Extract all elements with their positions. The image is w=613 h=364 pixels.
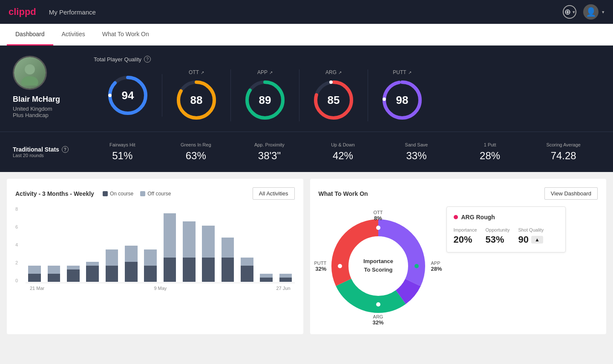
bar-on-course: [164, 258, 176, 282]
detail-importance: Importance 20%: [454, 227, 477, 245]
tpq-gauge: 94: [94, 74, 162, 117]
y-label-4: 4: [15, 242, 18, 247]
avatar-chevron-icon: ▾: [602, 9, 604, 15]
detail-shot-quality: Shot Quality 90 ▲: [518, 227, 544, 245]
bar-group: [122, 246, 140, 282]
bar-group: [199, 226, 217, 282]
player-section: Blair McHarg United Kingdom Plus Handica…: [13, 56, 600, 121]
avatar-image: [14, 57, 46, 89]
wtwo-panel: What To Work On View Dashboard: [310, 179, 607, 334]
bar-off-course: [67, 266, 80, 269]
svg-point-21: [414, 264, 419, 268]
stat-greens-label: Greens In Reg: [159, 142, 233, 147]
all-activities-button[interactable]: All Activities: [253, 187, 295, 200]
svg-point-23: [338, 264, 342, 268]
tpq-info-icon[interactable]: ?: [144, 56, 151, 63]
shot-quality-badge: ▲: [531, 236, 543, 244]
bar-off-course: [279, 274, 292, 278]
legend-off-course-label: Off course: [147, 191, 171, 197]
activity-panel-header: Activity - 3 Months - Weekly On course O…: [15, 187, 295, 200]
putt-trend-icon: ↗: [408, 70, 412, 75]
stat-oneputt-value: 28%: [453, 150, 527, 162]
app-donut-label: APP 28%: [431, 261, 442, 272]
view-dashboard-button[interactable]: View Dashboard: [544, 187, 598, 200]
detail-metrics: Importance 20% Opportunity 53% Shot Qual…: [454, 227, 558, 245]
arg-gauge-circle: 85: [312, 79, 355, 121]
add-button[interactable]: ⊕ ▾: [563, 5, 576, 19]
stats-group-label: Traditional Stats ? Last 20 rounds: [13, 146, 69, 158]
metrics-row: 94 OTT ↗ 88: [94, 69, 600, 121]
stats-info-icon[interactable]: ?: [62, 146, 69, 153]
tab-activities[interactable]: Activities: [53, 24, 94, 46]
app-value: 89: [259, 94, 271, 107]
bar-on-course: [86, 266, 99, 282]
legend-off-course-dot: [140, 191, 145, 196]
activity-panel: Activity - 3 Months - Weekly On course O…: [7, 179, 303, 334]
svg-point-1: [21, 76, 38, 86]
avatar-icon: 👤: [586, 7, 596, 17]
arg-donut-label: ARG 32%: [372, 314, 383, 326]
ott-value: 88: [190, 94, 203, 107]
avatar-button[interactable]: 👤: [583, 4, 599, 20]
y-label-8: 8: [15, 206, 18, 212]
putt-label: PUTT ↗: [381, 69, 423, 75]
stats-sublabel: Last 20 rounds: [13, 153, 69, 158]
putt-value: 98: [396, 94, 409, 107]
arg-gauge: ARG ↗ 85: [299, 69, 368, 121]
detail-dot-icon: [454, 215, 458, 219]
player-country: United Kingdom: [13, 106, 81, 112]
svg-point-20: [376, 226, 380, 230]
activity-panel-title: Activity - 3 Months - Weekly: [15, 190, 94, 197]
x-label-may: 9 May: [154, 286, 167, 291]
bar-off-course: [106, 249, 118, 266]
svg-text:To Scoring: To Scoring: [364, 267, 392, 273]
putt-gauge-circle: 98: [381, 79, 423, 121]
stat-proximity-value: 38'3": [233, 150, 306, 162]
svg-point-4: [108, 94, 112, 97]
tab-what-to-work-on[interactable]: What To Work On: [94, 24, 158, 46]
svg-point-0: [25, 64, 35, 75]
bar-on-course: [106, 266, 118, 282]
stat-fairways-value: 51%: [86, 150, 159, 162]
tab-dashboard[interactable]: Dashboard: [7, 24, 53, 46]
detail-card-title: ARG Rough: [454, 214, 558, 221]
stat-scoring-value: 74.28: [527, 150, 600, 162]
player-stats-panel: Blair McHarg United Kingdom Plus Handica…: [0, 46, 613, 132]
player-handicap: Plus Handicap: [13, 112, 81, 118]
bar-group: [276, 274, 294, 282]
x-label-mar: 21 Mar: [30, 286, 44, 291]
ott-gauge: OTT ↗ 88: [162, 69, 231, 121]
bar-off-course: [183, 221, 196, 258]
y-label-0: 0: [15, 278, 18, 283]
x-label-jun: 27 Jun: [276, 286, 290, 291]
bar-group: [219, 238, 236, 282]
chart-y-labels: 8 6 4 2 0: [15, 206, 18, 283]
arg-trend-icon: ↗: [338, 70, 342, 75]
stats-items: Fairways Hit 51% Greens In Reg 63% App. …: [86, 142, 600, 162]
stat-fairways: Fairways Hit 51%: [86, 142, 159, 162]
player-name: Blair McHarg: [13, 95, 81, 104]
bar-on-course: [241, 266, 253, 282]
app-trend-icon: ↗: [269, 70, 273, 75]
bar-off-course: [164, 213, 176, 258]
svg-point-14: [383, 97, 386, 101]
ott-trend-icon: ↗: [201, 70, 204, 75]
detail-opportunity: Opportunity 53%: [486, 227, 510, 245]
arg-value: 85: [328, 94, 340, 107]
bar-on-course: [28, 274, 41, 282]
bar-group: [257, 274, 275, 282]
wtwo-panel-title: What To Work On: [319, 190, 368, 197]
app-gauge-circle: 89: [244, 79, 286, 121]
app-label: APP ↗: [244, 69, 286, 75]
ott-donut-label: OTT 8%: [374, 210, 383, 221]
detail-importance-value: 20%: [454, 234, 477, 245]
bar-on-course: [222, 258, 234, 282]
bottom-row: Activity - 3 Months - Weekly On course O…: [0, 172, 613, 341]
stat-updown-label: Up & Down: [306, 142, 380, 147]
logo[interactable]: clippd: [9, 6, 36, 17]
donut-area: Importance To Scoring OTT 8% APP 28% ARG…: [319, 206, 438, 326]
bar-on-course: [260, 278, 273, 282]
detail-opportunity-value: 53%: [486, 234, 510, 245]
bar-group: [238, 258, 256, 282]
traditional-stats-row: Traditional Stats ? Last 20 rounds Fairw…: [0, 132, 613, 172]
